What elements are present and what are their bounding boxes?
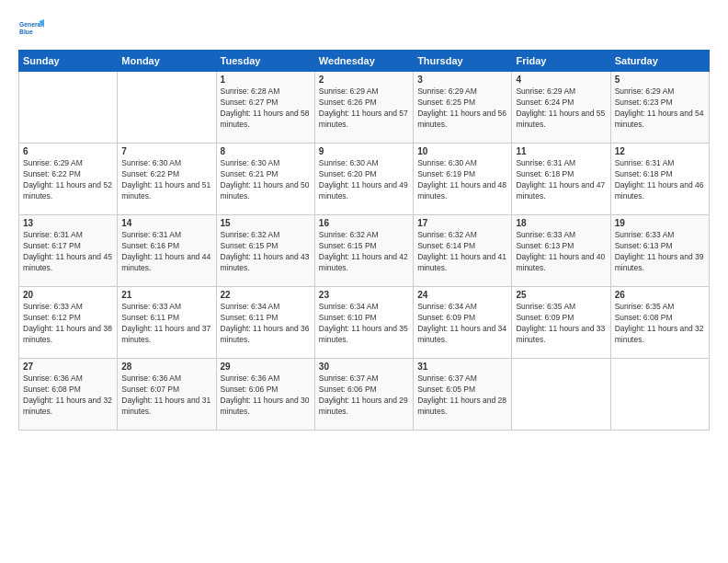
week-row-5: 27Sunrise: 6:36 AM Sunset: 6:08 PM Dayli… xyxy=(19,359,710,431)
day-number: 16 xyxy=(319,218,409,228)
svg-text:Blue: Blue xyxy=(19,29,33,35)
day-number: 26 xyxy=(615,290,705,300)
calendar-cell: 20Sunrise: 6:33 AM Sunset: 6:12 PM Dayli… xyxy=(19,287,118,359)
calendar-cell xyxy=(19,72,118,144)
weekday-header-saturday: Saturday xyxy=(610,51,709,72)
calendar-cell: 30Sunrise: 6:37 AM Sunset: 6:06 PM Dayli… xyxy=(314,359,413,431)
day-number: 6 xyxy=(23,146,113,156)
calendar-cell: 6Sunrise: 6:29 AM Sunset: 6:22 PM Daylig… xyxy=(19,144,118,215)
day-number: 3 xyxy=(417,75,507,85)
day-number: 2 xyxy=(319,75,409,85)
logo-icon: GeneralBlue xyxy=(18,15,44,40)
cell-info: Sunrise: 6:36 AM Sunset: 6:07 PM Dayligh… xyxy=(121,373,211,418)
week-row-4: 20Sunrise: 6:33 AM Sunset: 6:12 PM Dayli… xyxy=(19,287,710,359)
cell-info: Sunrise: 6:36 AM Sunset: 6:06 PM Dayligh… xyxy=(221,373,311,418)
calendar-cell: 1Sunrise: 6:28 AM Sunset: 6:27 PM Daylig… xyxy=(216,72,314,144)
cell-info: Sunrise: 6:31 AM Sunset: 6:16 PM Dayligh… xyxy=(121,230,211,274)
week-row-3: 13Sunrise: 6:31 AM Sunset: 6:17 PM Dayli… xyxy=(19,215,710,287)
calendar-cell: 5Sunrise: 6:29 AM Sunset: 6:23 PM Daylig… xyxy=(610,72,709,144)
week-row-2: 6Sunrise: 6:29 AM Sunset: 6:22 PM Daylig… xyxy=(19,144,710,215)
calendar-cell: 17Sunrise: 6:32 AM Sunset: 6:14 PM Dayli… xyxy=(414,215,512,287)
cell-info: Sunrise: 6:37 AM Sunset: 6:06 PM Dayligh… xyxy=(319,373,409,418)
weekday-header-thursday: Thursday xyxy=(414,51,512,72)
calendar-cell: 8Sunrise: 6:30 AM Sunset: 6:21 PM Daylig… xyxy=(216,144,314,215)
cell-info: Sunrise: 6:33 AM Sunset: 6:13 PM Dayligh… xyxy=(516,230,606,274)
cell-info: Sunrise: 6:32 AM Sunset: 6:14 PM Dayligh… xyxy=(417,230,507,274)
svg-text:General: General xyxy=(19,21,42,28)
day-number: 10 xyxy=(417,146,507,156)
calendar-cell: 19Sunrise: 6:33 AM Sunset: 6:13 PM Dayli… xyxy=(610,215,709,287)
day-number: 12 xyxy=(615,146,705,156)
day-number: 25 xyxy=(516,290,606,300)
cell-info: Sunrise: 6:29 AM Sunset: 6:26 PM Dayligh… xyxy=(319,86,409,131)
week-row-1: 1Sunrise: 6:28 AM Sunset: 6:27 PM Daylig… xyxy=(19,72,710,144)
calendar-cell: 24Sunrise: 6:34 AM Sunset: 6:09 PM Dayli… xyxy=(414,287,512,359)
logo: GeneralBlue xyxy=(18,15,44,40)
weekday-header-wednesday: Wednesday xyxy=(314,51,413,72)
cell-info: Sunrise: 6:34 AM Sunset: 6:11 PM Dayligh… xyxy=(221,302,311,346)
cell-info: Sunrise: 6:29 AM Sunset: 6:25 PM Dayligh… xyxy=(417,86,507,131)
cell-info: Sunrise: 6:32 AM Sunset: 6:15 PM Dayligh… xyxy=(319,230,409,274)
cell-info: Sunrise: 6:28 AM Sunset: 6:27 PM Dayligh… xyxy=(221,86,311,131)
day-number: 20 xyxy=(23,290,113,300)
weekday-header-monday: Monday xyxy=(118,51,216,72)
cell-info: Sunrise: 6:30 AM Sunset: 6:20 PM Dayligh… xyxy=(319,158,409,202)
calendar-cell: 13Sunrise: 6:31 AM Sunset: 6:17 PM Dayli… xyxy=(19,215,118,287)
weekday-header-sunday: Sunday xyxy=(19,51,118,72)
weekday-header-row: SundayMondayTuesdayWednesdayThursdayFrid… xyxy=(19,51,710,72)
day-number: 30 xyxy=(319,362,409,372)
cell-info: Sunrise: 6:31 AM Sunset: 6:18 PM Dayligh… xyxy=(516,158,606,202)
day-number: 13 xyxy=(23,218,113,228)
day-number: 29 xyxy=(221,362,311,372)
day-number: 15 xyxy=(221,218,311,228)
cell-info: Sunrise: 6:33 AM Sunset: 6:13 PM Dayligh… xyxy=(615,230,705,274)
calendar-cell: 12Sunrise: 6:31 AM Sunset: 6:18 PM Dayli… xyxy=(610,144,709,215)
cell-info: Sunrise: 6:35 AM Sunset: 6:09 PM Dayligh… xyxy=(516,302,606,346)
cell-info: Sunrise: 6:34 AM Sunset: 6:09 PM Dayligh… xyxy=(417,302,507,346)
day-number: 9 xyxy=(319,146,409,156)
day-number: 17 xyxy=(417,218,507,228)
calendar-cell: 27Sunrise: 6:36 AM Sunset: 6:08 PM Dayli… xyxy=(19,359,118,431)
day-number: 18 xyxy=(516,218,606,228)
calendar-cell xyxy=(512,359,610,431)
calendar-cell: 23Sunrise: 6:34 AM Sunset: 6:10 PM Dayli… xyxy=(314,287,413,359)
cell-info: Sunrise: 6:36 AM Sunset: 6:08 PM Dayligh… xyxy=(23,373,113,418)
calendar-cell: 15Sunrise: 6:32 AM Sunset: 6:15 PM Dayli… xyxy=(216,215,314,287)
day-number: 22 xyxy=(221,290,311,300)
calendar-cell: 26Sunrise: 6:35 AM Sunset: 6:08 PM Dayli… xyxy=(610,287,709,359)
calendar-cell xyxy=(118,72,216,144)
day-number: 14 xyxy=(121,218,211,228)
cell-info: Sunrise: 6:33 AM Sunset: 6:11 PM Dayligh… xyxy=(121,302,211,346)
day-number: 23 xyxy=(319,290,409,300)
calendar-cell: 7Sunrise: 6:30 AM Sunset: 6:22 PM Daylig… xyxy=(118,144,216,215)
weekday-header-friday: Friday xyxy=(512,51,610,72)
calendar-page: GeneralBlue SundayMondayTuesdayWednesday… xyxy=(0,0,728,563)
calendar-cell: 29Sunrise: 6:36 AM Sunset: 6:06 PM Dayli… xyxy=(216,359,314,431)
day-number: 24 xyxy=(417,290,507,300)
calendar-cell: 21Sunrise: 6:33 AM Sunset: 6:11 PM Dayli… xyxy=(118,287,216,359)
calendar-cell: 4Sunrise: 6:29 AM Sunset: 6:24 PM Daylig… xyxy=(512,72,610,144)
cell-info: Sunrise: 6:32 AM Sunset: 6:15 PM Dayligh… xyxy=(221,230,311,274)
cell-info: Sunrise: 6:29 AM Sunset: 6:22 PM Dayligh… xyxy=(23,158,113,202)
calendar-cell: 9Sunrise: 6:30 AM Sunset: 6:20 PM Daylig… xyxy=(314,144,413,215)
cell-info: Sunrise: 6:31 AM Sunset: 6:18 PM Dayligh… xyxy=(615,158,705,202)
day-number: 8 xyxy=(221,146,311,156)
calendar-cell: 16Sunrise: 6:32 AM Sunset: 6:15 PM Dayli… xyxy=(314,215,413,287)
day-number: 19 xyxy=(615,218,705,228)
day-number: 31 xyxy=(417,362,507,372)
cell-info: Sunrise: 6:31 AM Sunset: 6:17 PM Dayligh… xyxy=(23,230,113,274)
calendar-cell xyxy=(610,359,709,431)
cell-info: Sunrise: 6:35 AM Sunset: 6:08 PM Dayligh… xyxy=(615,302,705,346)
calendar-cell: 31Sunrise: 6:37 AM Sunset: 6:05 PM Dayli… xyxy=(414,359,512,431)
calendar-cell: 11Sunrise: 6:31 AM Sunset: 6:18 PM Dayli… xyxy=(512,144,610,215)
cell-info: Sunrise: 6:34 AM Sunset: 6:10 PM Dayligh… xyxy=(319,302,409,346)
cell-info: Sunrise: 6:30 AM Sunset: 6:19 PM Dayligh… xyxy=(417,158,507,202)
day-number: 1 xyxy=(221,75,311,85)
calendar-cell: 2Sunrise: 6:29 AM Sunset: 6:26 PM Daylig… xyxy=(314,72,413,144)
cell-info: Sunrise: 6:33 AM Sunset: 6:12 PM Dayligh… xyxy=(23,302,113,346)
weekday-header-tuesday: Tuesday xyxy=(216,51,314,72)
calendar-cell: 3Sunrise: 6:29 AM Sunset: 6:25 PM Daylig… xyxy=(414,72,512,144)
day-number: 4 xyxy=(516,75,606,85)
cell-info: Sunrise: 6:30 AM Sunset: 6:22 PM Dayligh… xyxy=(121,158,211,202)
calendar-cell: 10Sunrise: 6:30 AM Sunset: 6:19 PM Dayli… xyxy=(414,144,512,215)
